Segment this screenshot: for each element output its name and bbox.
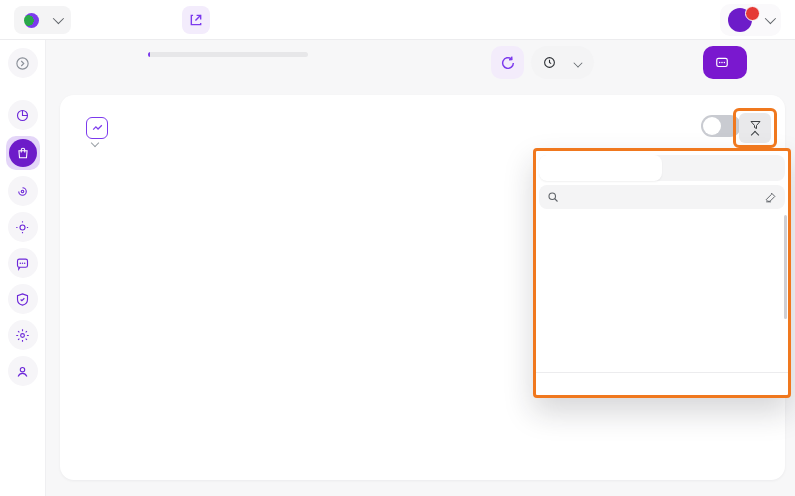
ai-assistant-button[interactable] (703, 46, 747, 79)
funnel-icon (749, 119, 762, 131)
chevron-up-icon (751, 130, 759, 138)
top-bar (0, 0, 795, 40)
chart-x-axis (100, 452, 720, 466)
shield-check-icon (15, 292, 30, 307)
filter-panel-scrollbar[interactable] (784, 215, 787, 319)
chat-icon (15, 256, 30, 271)
kpi-customers[interactable] (340, 155, 480, 161)
refresh-icon (500, 55, 516, 71)
pageviews-quota (148, 48, 313, 57)
sidebar-item-settings[interactable] (8, 320, 38, 350)
shopping-bag-icon (16, 146, 30, 160)
kpi-overall-visitor-sessions[interactable] (90, 155, 340, 161)
pageviews-progress-fill (148, 52, 150, 57)
search-icon (547, 191, 559, 203)
sidebar (0, 40, 46, 496)
sidebar-item-ecommerce[interactable] (6, 136, 40, 170)
filter-panel (533, 148, 791, 398)
filter-search-input[interactable] (565, 191, 758, 203)
sidebar-item-analytics[interactable] (8, 100, 38, 130)
chart-y-axis (60, 251, 94, 447)
line-chart-icon (91, 122, 104, 135)
sidebar-item-visitors[interactable] (8, 356, 38, 386)
notification-badge (745, 6, 760, 21)
kpi-card-icon (86, 117, 108, 139)
chevron-down-icon (573, 58, 582, 67)
pageviews-progress-bar (148, 52, 308, 57)
avatar (728, 8, 752, 32)
site-selector[interactable] (14, 6, 71, 34)
sidebar-item-security[interactable] (8, 284, 38, 314)
user-menu[interactable] (720, 4, 781, 36)
clear-eraser-icon[interactable] (764, 191, 777, 204)
tab-new-filter[interactable] (539, 155, 662, 181)
filter-search-box (539, 185, 785, 209)
sessions-spiral-icon (15, 184, 30, 199)
filter-button[interactable] (739, 113, 771, 143)
site-favicon (24, 13, 39, 28)
sidebar-item-feedback[interactable] (8, 248, 38, 278)
tab-reports-saved-filters[interactable] (662, 155, 785, 181)
chevron-down-icon[interactable] (91, 139, 99, 147)
refresh-button[interactable] (491, 46, 524, 79)
chevron-down-icon (53, 13, 64, 24)
sidebar-item-sessions[interactable] (8, 176, 38, 206)
compare-toggle[interactable] (701, 115, 741, 137)
sidebar-collapse-button[interactable] (8, 48, 38, 78)
sidebar-item-audience[interactable] (8, 212, 38, 242)
ai-chat-icon (715, 56, 729, 70)
gear-icon (15, 328, 30, 343)
visitor-pin-icon (15, 364, 30, 379)
pie-chart-icon (15, 108, 30, 123)
external-link-icon (189, 13, 203, 27)
toggle-knob (703, 117, 721, 135)
clock-icon (543, 56, 556, 69)
chevron-down-icon (765, 13, 776, 24)
collapse-icon (15, 56, 30, 71)
filter-panel-tabs (539, 155, 785, 181)
filter-close-button[interactable] (536, 372, 788, 395)
open-site-button[interactable] (182, 6, 210, 34)
date-range-selector[interactable] (531, 46, 594, 79)
audience-target-icon (15, 220, 30, 235)
